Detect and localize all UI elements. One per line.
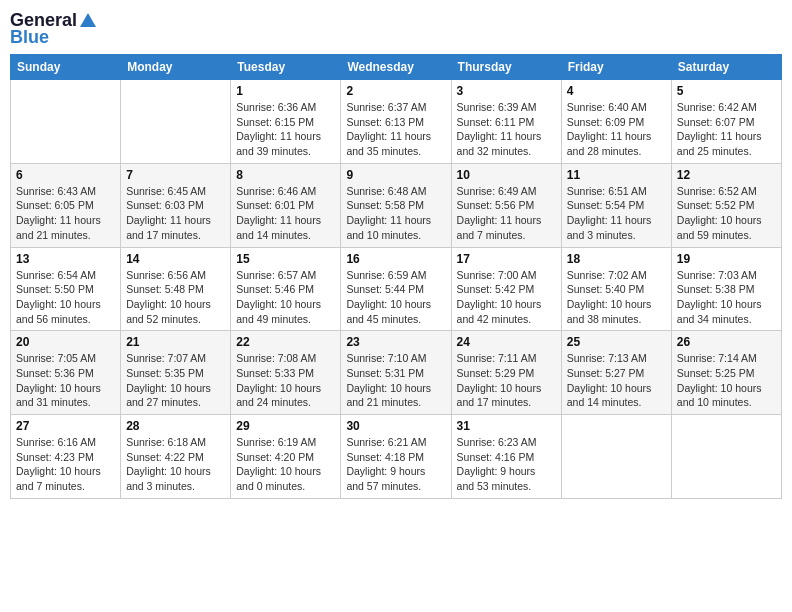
calendar-cell: 27Sunrise: 6:16 AMSunset: 4:23 PMDayligh…	[11, 415, 121, 499]
calendar-week-row: 6Sunrise: 6:43 AMSunset: 6:05 PMDaylight…	[11, 163, 782, 247]
calendar-cell: 12Sunrise: 6:52 AMSunset: 5:52 PMDayligh…	[671, 163, 781, 247]
day-info: Sunrise: 7:10 AMSunset: 5:31 PMDaylight:…	[346, 351, 445, 410]
daylight-hours: Daylight: 10 hours and 0 minutes.	[236, 465, 321, 492]
day-header-tuesday: Tuesday	[231, 55, 341, 80]
daylight-hours: Daylight: 10 hours and 59 minutes.	[677, 214, 762, 241]
calendar-cell: 1Sunrise: 6:36 AMSunset: 6:15 PMDaylight…	[231, 80, 341, 164]
day-info: Sunrise: 6:52 AMSunset: 5:52 PMDaylight:…	[677, 184, 776, 243]
daylight-hours: Daylight: 10 hours and 17 minutes.	[457, 382, 542, 409]
day-header-sunday: Sunday	[11, 55, 121, 80]
day-info: Sunrise: 6:18 AMSunset: 4:22 PMDaylight:…	[126, 435, 225, 494]
day-number: 25	[567, 335, 666, 349]
daylight-hours: Daylight: 11 hours and 17 minutes.	[126, 214, 211, 241]
calendar-cell: 25Sunrise: 7:13 AMSunset: 5:27 PMDayligh…	[561, 331, 671, 415]
calendar-cell: 7Sunrise: 6:45 AMSunset: 6:03 PMDaylight…	[121, 163, 231, 247]
day-info: Sunrise: 6:51 AMSunset: 5:54 PMDaylight:…	[567, 184, 666, 243]
calendar-cell: 24Sunrise: 7:11 AMSunset: 5:29 PMDayligh…	[451, 331, 561, 415]
daylight-hours: Daylight: 10 hours and 3 minutes.	[126, 465, 211, 492]
logo-icon	[78, 11, 98, 31]
day-header-thursday: Thursday	[451, 55, 561, 80]
calendar-cell: 19Sunrise: 7:03 AMSunset: 5:38 PMDayligh…	[671, 247, 781, 331]
calendar-cell: 11Sunrise: 6:51 AMSunset: 5:54 PMDayligh…	[561, 163, 671, 247]
day-info: Sunrise: 7:14 AMSunset: 5:25 PMDaylight:…	[677, 351, 776, 410]
day-number: 21	[126, 335, 225, 349]
day-number: 5	[677, 84, 776, 98]
calendar-week-row: 1Sunrise: 6:36 AMSunset: 6:15 PMDaylight…	[11, 80, 782, 164]
day-info: Sunrise: 6:48 AMSunset: 5:58 PMDaylight:…	[346, 184, 445, 243]
logo-blue-text: Blue	[10, 27, 49, 48]
day-info: Sunrise: 6:40 AMSunset: 6:09 PMDaylight:…	[567, 100, 666, 159]
calendar-cell: 3Sunrise: 6:39 AMSunset: 6:11 PMDaylight…	[451, 80, 561, 164]
calendar-cell: 31Sunrise: 6:23 AMSunset: 4:16 PMDayligh…	[451, 415, 561, 499]
daylight-hours: Daylight: 10 hours and 31 minutes.	[16, 382, 101, 409]
day-header-friday: Friday	[561, 55, 671, 80]
day-info: Sunrise: 6:21 AMSunset: 4:18 PMDaylight:…	[346, 435, 445, 494]
day-number: 26	[677, 335, 776, 349]
logo: General Blue	[10, 10, 99, 48]
day-info: Sunrise: 7:08 AMSunset: 5:33 PMDaylight:…	[236, 351, 335, 410]
calendar-cell: 5Sunrise: 6:42 AMSunset: 6:07 PMDaylight…	[671, 80, 781, 164]
day-info: Sunrise: 6:49 AMSunset: 5:56 PMDaylight:…	[457, 184, 556, 243]
day-number: 6	[16, 168, 115, 182]
day-info: Sunrise: 6:45 AMSunset: 6:03 PMDaylight:…	[126, 184, 225, 243]
day-number: 8	[236, 168, 335, 182]
daylight-hours: Daylight: 10 hours and 56 minutes.	[16, 298, 101, 325]
calendar-cell: 30Sunrise: 6:21 AMSunset: 4:18 PMDayligh…	[341, 415, 451, 499]
calendar-cell: 29Sunrise: 6:19 AMSunset: 4:20 PMDayligh…	[231, 415, 341, 499]
day-number: 13	[16, 252, 115, 266]
day-number: 1	[236, 84, 335, 98]
calendar-cell: 2Sunrise: 6:37 AMSunset: 6:13 PMDaylight…	[341, 80, 451, 164]
daylight-hours: Daylight: 10 hours and 49 minutes.	[236, 298, 321, 325]
day-number: 28	[126, 419, 225, 433]
day-number: 20	[16, 335, 115, 349]
day-number: 16	[346, 252, 445, 266]
calendar-cell: 26Sunrise: 7:14 AMSunset: 5:25 PMDayligh…	[671, 331, 781, 415]
daylight-hours: Daylight: 10 hours and 42 minutes.	[457, 298, 542, 325]
daylight-hours: Daylight: 11 hours and 25 minutes.	[677, 130, 762, 157]
day-number: 7	[126, 168, 225, 182]
day-info: Sunrise: 6:43 AMSunset: 6:05 PMDaylight:…	[16, 184, 115, 243]
day-number: 23	[346, 335, 445, 349]
daylight-hours: Daylight: 10 hours and 38 minutes.	[567, 298, 652, 325]
daylight-hours: Daylight: 10 hours and 14 minutes.	[567, 382, 652, 409]
calendar-cell: 18Sunrise: 7:02 AMSunset: 5:40 PMDayligh…	[561, 247, 671, 331]
calendar-cell: 13Sunrise: 6:54 AMSunset: 5:50 PMDayligh…	[11, 247, 121, 331]
daylight-hours: Daylight: 11 hours and 35 minutes.	[346, 130, 431, 157]
day-number: 14	[126, 252, 225, 266]
calendar-week-row: 20Sunrise: 7:05 AMSunset: 5:36 PMDayligh…	[11, 331, 782, 415]
day-header-wednesday: Wednesday	[341, 55, 451, 80]
day-number: 2	[346, 84, 445, 98]
day-number: 18	[567, 252, 666, 266]
day-number: 12	[677, 168, 776, 182]
day-info: Sunrise: 7:03 AMSunset: 5:38 PMDaylight:…	[677, 268, 776, 327]
day-info: Sunrise: 7:05 AMSunset: 5:36 PMDaylight:…	[16, 351, 115, 410]
day-info: Sunrise: 6:56 AMSunset: 5:48 PMDaylight:…	[126, 268, 225, 327]
day-number: 19	[677, 252, 776, 266]
day-info: Sunrise: 6:57 AMSunset: 5:46 PMDaylight:…	[236, 268, 335, 327]
day-info: Sunrise: 6:23 AMSunset: 4:16 PMDaylight:…	[457, 435, 556, 494]
day-number: 9	[346, 168, 445, 182]
daylight-hours: Daylight: 10 hours and 24 minutes.	[236, 382, 321, 409]
day-number: 4	[567, 84, 666, 98]
daylight-hours: Daylight: 10 hours and 21 minutes.	[346, 382, 431, 409]
daylight-hours: Daylight: 11 hours and 39 minutes.	[236, 130, 321, 157]
daylight-hours: Daylight: 9 hours and 57 minutes.	[346, 465, 425, 492]
day-number: 22	[236, 335, 335, 349]
day-info: Sunrise: 6:36 AMSunset: 6:15 PMDaylight:…	[236, 100, 335, 159]
calendar-cell: 23Sunrise: 7:10 AMSunset: 5:31 PMDayligh…	[341, 331, 451, 415]
calendar-cell: 17Sunrise: 7:00 AMSunset: 5:42 PMDayligh…	[451, 247, 561, 331]
day-info: Sunrise: 6:39 AMSunset: 6:11 PMDaylight:…	[457, 100, 556, 159]
daylight-hours: Daylight: 10 hours and 10 minutes.	[677, 382, 762, 409]
day-info: Sunrise: 7:07 AMSunset: 5:35 PMDaylight:…	[126, 351, 225, 410]
page-header: General Blue	[10, 10, 782, 48]
calendar-table: SundayMondayTuesdayWednesdayThursdayFrid…	[10, 54, 782, 499]
calendar-cell	[11, 80, 121, 164]
daylight-hours: Daylight: 10 hours and 27 minutes.	[126, 382, 211, 409]
calendar-cell: 16Sunrise: 6:59 AMSunset: 5:44 PMDayligh…	[341, 247, 451, 331]
calendar-cell	[671, 415, 781, 499]
day-info: Sunrise: 7:13 AMSunset: 5:27 PMDaylight:…	[567, 351, 666, 410]
calendar-cell: 9Sunrise: 6:48 AMSunset: 5:58 PMDaylight…	[341, 163, 451, 247]
day-number: 27	[16, 419, 115, 433]
calendar-cell: 22Sunrise: 7:08 AMSunset: 5:33 PMDayligh…	[231, 331, 341, 415]
calendar-cell: 14Sunrise: 6:56 AMSunset: 5:48 PMDayligh…	[121, 247, 231, 331]
